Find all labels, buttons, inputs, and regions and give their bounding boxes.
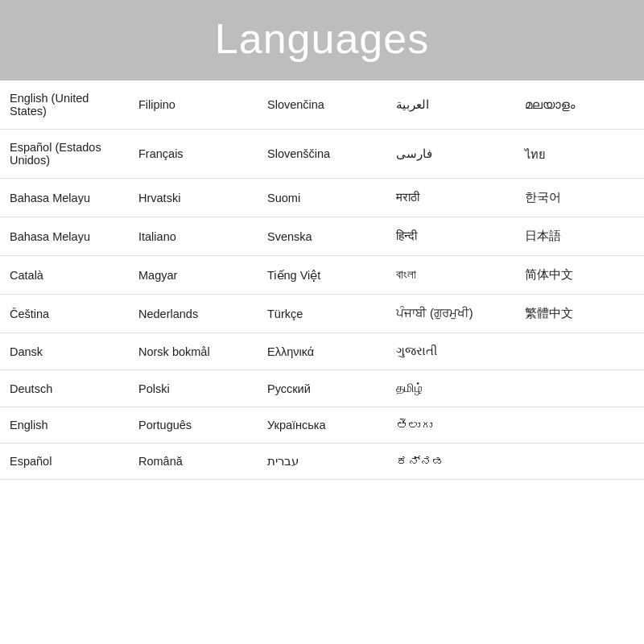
language-label: Bahasa Melayu	[10, 192, 90, 204]
language-label: English	[10, 419, 48, 431]
language-item[interactable]: العربية	[386, 80, 515, 130]
language-label: 한국어	[525, 190, 561, 205]
language-label: Ελληνικά	[267, 345, 314, 358]
language-item[interactable]: Tiếng Việt	[258, 256, 386, 295]
language-label: Čeština	[10, 308, 49, 320]
language-item[interactable]: Ελληνικά	[258, 333, 386, 370]
language-item[interactable]: Русский	[258, 370, 386, 407]
language-label: Bahasa Melayu	[10, 230, 90, 243]
language-label: Polski	[138, 382, 170, 395]
language-label: 日本語	[525, 229, 561, 244]
language-item[interactable]: Dansk	[0, 333, 129, 370]
language-item[interactable]: Filipino	[129, 80, 258, 130]
language-item[interactable]: Norsk bokmål	[129, 333, 258, 370]
language-label: Français	[138, 147, 184, 160]
language-item[interactable]: فارسی	[386, 130, 515, 179]
page-header: Languages	[0, 0, 644, 80]
language-item[interactable]: ไทย	[515, 130, 644, 179]
language-label: मराठी	[396, 191, 419, 204]
language-label: Català	[10, 269, 43, 282]
language-label: 简体中文	[525, 267, 573, 283]
language-item[interactable]: Español	[0, 444, 129, 480]
language-label: Español (Estados Unidos)	[10, 141, 119, 167]
language-item[interactable]: 한국어	[515, 179, 644, 217]
language-item[interactable]: Bahasa Melayu	[0, 179, 129, 217]
language-label: Русский	[267, 382, 311, 395]
language-label: 繁體中文	[525, 306, 573, 321]
language-item[interactable]: English	[0, 407, 129, 444]
language-item	[515, 370, 644, 407]
language-label: বাংলা	[396, 268, 416, 282]
page-title: Languages	[0, 14, 644, 63]
language-label: Türkçe	[267, 308, 303, 320]
language-label: ไทย	[525, 145, 546, 163]
language-item[interactable]: தமிழ்	[386, 370, 515, 407]
language-item[interactable]: Bahasa Melayu	[0, 217, 129, 256]
language-label: العربية	[396, 98, 429, 111]
language-label: Filipino	[138, 98, 175, 111]
language-item[interactable]: Português	[129, 407, 258, 444]
language-label: ਪੰਜਾਬੀ (ਗੁਰਮੁਖੀ)	[396, 307, 473, 320]
language-label: Dansk	[10, 345, 43, 358]
language-item[interactable]: Italiano	[129, 217, 258, 256]
language-item[interactable]: Čeština	[0, 295, 129, 333]
language-grid: English (United States)FilipinoSlovenčin…	[0, 80, 644, 480]
language-item[interactable]: 简体中文	[515, 256, 644, 295]
language-item[interactable]: తెలుగు	[386, 407, 515, 444]
language-item[interactable]: Nederlands	[129, 295, 258, 333]
language-item	[515, 444, 644, 480]
language-item[interactable]: Suomi	[258, 179, 386, 217]
language-label: Hrvatski	[138, 192, 180, 204]
language-item[interactable]: Hrvatski	[129, 179, 258, 217]
language-item[interactable]: ਪੰਜਾਬੀ (ਗੁਰਮੁਖੀ)	[386, 295, 515, 333]
language-label: ગુજરાતી	[396, 345, 437, 358]
language-label: English (United States)	[10, 92, 119, 118]
language-item[interactable]: Українська	[258, 407, 386, 444]
language-item[interactable]: বাংলা	[386, 256, 515, 295]
language-item	[515, 407, 644, 444]
language-item[interactable]: Español (Estados Unidos)	[0, 130, 129, 179]
language-label: Português	[138, 419, 192, 431]
language-item[interactable]: 日本語	[515, 217, 644, 256]
language-item[interactable]: English (United States)	[0, 80, 129, 130]
language-label: Italiano	[138, 230, 176, 243]
language-item[interactable]: ગુજરાતી	[386, 333, 515, 370]
language-item[interactable]: Polski	[129, 370, 258, 407]
language-item[interactable]: עברית	[258, 444, 386, 480]
language-label: Română	[138, 455, 183, 468]
language-item[interactable]: Slovenčina	[258, 80, 386, 130]
language-label: Slovenčina	[267, 98, 324, 111]
language-item[interactable]: Română	[129, 444, 258, 480]
language-label: Slovenščina	[267, 147, 330, 160]
language-item[interactable]: Deutsch	[0, 370, 129, 407]
language-label: Español	[10, 455, 52, 468]
language-item[interactable]: Svenska	[258, 217, 386, 256]
language-item[interactable]: Türkçe	[258, 295, 386, 333]
language-item[interactable]: ಕನ್ನಡ	[386, 444, 515, 480]
language-item[interactable]: Català	[0, 256, 129, 295]
language-label: తెలుగు	[396, 419, 432, 431]
language-item[interactable]: Français	[129, 130, 258, 179]
language-label: Nederlands	[138, 308, 198, 320]
language-item	[515, 333, 644, 370]
language-item[interactable]: മലയാളം	[515, 80, 644, 130]
language-label: فارسی	[396, 147, 432, 160]
language-label: हिन्दी	[396, 229, 417, 243]
language-label: Suomi	[267, 192, 300, 204]
language-item[interactable]: मराठी	[386, 179, 515, 217]
language-item[interactable]: 繁體中文	[515, 295, 644, 333]
language-label: മലയാളം	[525, 98, 575, 112]
language-label: עברית	[267, 455, 299, 468]
language-label: Svenska	[267, 230, 312, 243]
language-label: Deutsch	[10, 382, 52, 395]
language-item[interactable]: Magyar	[129, 256, 258, 295]
language-label: Tiếng Việt	[267, 269, 320, 282]
language-label: தமிழ்	[396, 382, 423, 395]
language-label: Norsk bokmål	[138, 345, 210, 358]
language-label: ಕನ್ನಡ	[396, 455, 444, 468]
language-label: Українська	[267, 419, 326, 431]
language-item[interactable]: Slovenščina	[258, 130, 386, 179]
language-item[interactable]: हिन्दी	[386, 217, 515, 256]
language-label: Magyar	[138, 269, 177, 282]
